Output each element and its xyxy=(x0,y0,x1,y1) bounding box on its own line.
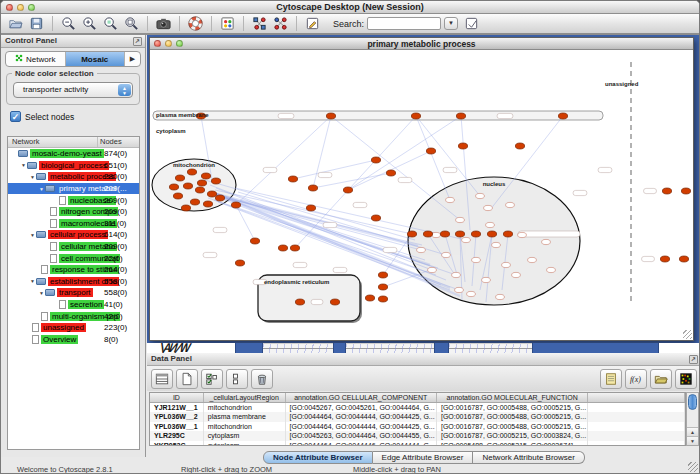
tree-row[interactable]: ▼metabolic process280(0) xyxy=(8,171,139,183)
table-cell[interactable] xyxy=(588,431,685,440)
table-cell[interactable]: cytoplasm xyxy=(204,441,286,446)
background-windows[interactable]: ╲АИ╱W xyxy=(147,343,700,353)
tree-row[interactable]: ▼primary metabol209(... xyxy=(8,183,139,195)
tree-row[interactable]: mosaic-demo-yeast874(0) xyxy=(8,148,139,160)
tab-overflow-icon[interactable]: ▶ xyxy=(125,52,140,66)
search-dropdown-icon[interactable]: ▼ xyxy=(444,17,458,30)
table-cell[interactable]: [GO:0016787, GO:0005488, GO:0005215, G..… xyxy=(437,412,588,421)
dropdown-stepper-icon[interactable]: ▲▼ xyxy=(118,84,131,96)
tab-mosaic[interactable]: Mosaic xyxy=(66,52,126,66)
window-resize-grip-icon[interactable] xyxy=(688,462,698,472)
attribute-table-icon[interactable] xyxy=(151,369,173,389)
search-input[interactable] xyxy=(367,17,441,30)
tree-row[interactable]: cell communicat22(0) xyxy=(8,252,139,264)
expand-triangle-icon[interactable]: ▼ xyxy=(38,290,45,296)
annotation-icon[interactable] xyxy=(302,14,323,33)
network-canvas[interactable]: plasma membranecytoplasmmitochondrionnuc… xyxy=(150,50,693,340)
table-cell[interactable]: [GO:0045267, GO:0045261, GO:0044464, G..… xyxy=(286,403,437,412)
table-column-header[interactable]: _cellularLayoutRegion xyxy=(204,393,286,402)
tree-row[interactable]: ▼cellular process614(0) xyxy=(8,229,139,241)
table-cell[interactable]: [GO:0044464, GO:0044444, GO:0044425, G..… xyxy=(286,412,437,421)
table-cell[interactable]: [GO:0044464, GO:0044444, GO:0044425, G..… xyxy=(286,422,437,431)
table-cell[interactable]: [GO:0005488, GO:0005215, GO:0003674] xyxy=(437,441,588,446)
tree-row[interactable]: nitrogen compo209(0) xyxy=(8,206,139,218)
open-file-icon[interactable] xyxy=(5,14,26,33)
tree-row[interactable]: Overview8(0) xyxy=(8,334,139,346)
resize-grip-icon[interactable] xyxy=(683,330,692,339)
table-row[interactable]: YPL036W__1mitochondrion[GO:0044464, GO:0… xyxy=(150,422,685,431)
tab-network-attribute-browser[interactable]: Network Attribute Browser xyxy=(473,451,584,464)
float-data-panel-icon[interactable]: ↗ xyxy=(689,355,698,364)
tree-row[interactable]: macromolecule311(0) xyxy=(8,218,139,230)
expand-triangle-icon[interactable]: ▼ xyxy=(29,174,36,180)
table-cell[interactable]: YJR121W__1 xyxy=(150,403,204,412)
tree-column-network[interactable]: Network xyxy=(8,137,97,147)
table-column-header[interactable]: ID xyxy=(150,393,204,402)
table-cell[interactable] xyxy=(588,403,685,412)
tab-node-attribute-browser[interactable]: Node Attribute Browser xyxy=(263,451,373,464)
unselect-attributes-icon[interactable] xyxy=(226,369,248,389)
table-row[interactable]: YJR121W__1mitochondrion[GO:0045267, GO:0… xyxy=(150,403,685,412)
expand-triangle-icon[interactable]: ▼ xyxy=(29,232,36,238)
tree-row[interactable]: cellular metabo209(0) xyxy=(8,241,139,253)
vizmapper-icon[interactable] xyxy=(217,14,238,33)
zoom-fit-icon[interactable] xyxy=(121,14,142,33)
table-row[interactable]: YKR052Ccytoplasm[GO:0044464, GO:0044446,… xyxy=(150,441,685,446)
table-cell[interactable]: plasma membrane xyxy=(204,412,286,421)
table-cell[interactable]: mitochondrion xyxy=(204,403,286,412)
table-scrollbar[interactable]: ▲ ▼ xyxy=(686,392,699,446)
import-attributes-icon[interactable] xyxy=(650,369,672,389)
tree-row[interactable]: ▼biological_process651(0) xyxy=(8,160,139,172)
save-icon[interactable] xyxy=(26,14,47,33)
tree-row[interactable]: secretion41(0) xyxy=(8,299,139,311)
table-cell[interactable]: cytoplasm xyxy=(204,431,286,440)
tree-row[interactable]: response to stimul264(0) xyxy=(8,264,139,276)
table-column-header[interactable] xyxy=(588,393,685,402)
table-cell[interactable] xyxy=(588,422,685,431)
select-attributes-icon[interactable] xyxy=(201,369,223,389)
expand-triangle-icon[interactable]: ▼ xyxy=(20,162,27,168)
tree-row[interactable]: multi-organism pro42(0) xyxy=(8,310,139,322)
network-window-titlebar[interactable]: primary metabolic process xyxy=(150,38,693,50)
table-cell[interactable]: [GO:0016787, GO:0005488, GO:0005215, G..… xyxy=(437,422,588,431)
network-graph[interactable]: plasma membranecytoplasmmitochondrionnuc… xyxy=(150,50,693,340)
table-column-header[interactable]: annotation.GO MOLECULAR_FUNCTION xyxy=(437,393,588,402)
table-cell[interactable]: YKR052C xyxy=(150,441,204,446)
table-row[interactable]: YPL036W__2plasma membrane[GO:0044464, GO… xyxy=(150,412,685,421)
expand-triangle-icon[interactable]: ▼ xyxy=(29,278,36,284)
table-cell[interactable] xyxy=(588,412,685,421)
function-builder-icon[interactable]: f(x) xyxy=(625,369,647,389)
tree-row[interactable]: ▼transport558(0) xyxy=(8,287,139,299)
zoom-out-icon[interactable] xyxy=(58,14,79,33)
scroll-up-icon[interactable]: ▲ xyxy=(687,427,698,436)
tree-row[interactable]: unassigned223(0) xyxy=(8,322,139,334)
zoom-in-icon[interactable] xyxy=(79,14,100,33)
delete-attribute-icon[interactable] xyxy=(251,369,273,389)
table-cell[interactable]: [GO:0045263, GO:0044464, GO:0044455, G..… xyxy=(286,431,437,440)
tree-column-nodes[interactable]: Nodes xyxy=(97,137,139,147)
table-cell[interactable]: [GO:0016787, GO:0005488, GO:0005215, G..… xyxy=(437,403,588,412)
table-cell[interactable]: YLR295C xyxy=(150,431,204,440)
help-icon[interactable] xyxy=(185,14,206,33)
snapshot-icon[interactable] xyxy=(153,14,174,33)
notepad-icon[interactable] xyxy=(600,369,622,389)
search-options-icon[interactable] xyxy=(461,14,482,33)
table-row[interactable]: YLR295Ccytoplasm[GO:0045263, GO:0044464,… xyxy=(150,431,685,440)
table-cell[interactable]: YPL036W__1 xyxy=(150,422,204,431)
table-column-header[interactable]: annotation.GO CELLULAR_COMPONENT xyxy=(286,393,437,402)
layout-edges-icon[interactable] xyxy=(270,14,291,33)
heatmap-icon[interactable] xyxy=(675,369,697,389)
new-attribute-icon[interactable] xyxy=(176,369,198,389)
select-nodes-checkbox[interactable]: ✓ xyxy=(10,111,21,122)
tab-edge-attribute-browser[interactable]: Edge Attribute Browser xyxy=(373,451,474,464)
tree-row[interactable]: ▼establishment of lo558(0) xyxy=(8,276,139,288)
tab-network[interactable]: Network xyxy=(6,52,66,66)
layout-nodes-icon[interactable] xyxy=(249,14,270,33)
table-cell[interactable]: [GO:0016787, GO:0005215, GO:0003824, G..… xyxy=(437,431,588,440)
table-cell[interactable]: mitochondrion xyxy=(204,422,286,431)
tree-row[interactable]: nucleobase-209(0) xyxy=(8,194,139,206)
zoom-selected-icon[interactable] xyxy=(100,14,121,33)
table-cell[interactable]: [GO:0044464, GO:0044446, GO:0044444, G..… xyxy=(286,441,437,446)
node-color-select[interactable]: transporter activity ▲▼ xyxy=(13,82,133,98)
expand-triangle-icon[interactable]: ▼ xyxy=(38,186,45,192)
